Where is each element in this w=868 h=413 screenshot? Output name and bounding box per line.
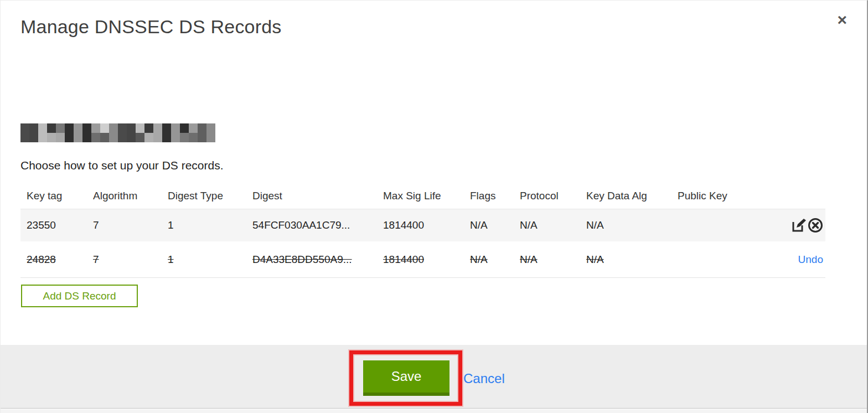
cell-digest-type: 1: [168, 219, 252, 231]
intro-text: Choose how to set up your DS records.: [20, 159, 224, 172]
edit-record-icon[interactable]: [791, 218, 807, 233]
page-bottom-strip: [1, 409, 867, 413]
cell-key-data-alg: N/A: [586, 254, 678, 266]
row-actions: Undo: [781, 254, 825, 266]
column-header-algorithm: Algorithm: [93, 190, 168, 202]
cancel-link[interactable]: Cancel: [463, 371, 505, 386]
add-ds-record-button[interactable]: Add DS Record: [21, 285, 138, 307]
column-header-max-sig-life: Max Sig Life: [383, 190, 470, 202]
cell-key-data-alg: N/A: [586, 219, 678, 231]
row-actions: [781, 218, 825, 233]
redacted-domain-name: [20, 123, 215, 142]
cell-flags: N/A: [470, 219, 520, 231]
column-header-digest-type: Digest Type: [168, 190, 252, 202]
table-row-deleted: 24828 7 1 D4A33E8DD550A9... 1814400 N/A …: [20, 241, 825, 278]
ds-records-table: Key tag Algorithm Digest Type Digest Max…: [20, 183, 825, 278]
column-header-digest: Digest: [252, 190, 383, 202]
modal-footer: Save Cancel: [1, 345, 867, 409]
cell-protocol: N/A: [520, 219, 586, 231]
undo-link[interactable]: Undo: [798, 254, 823, 266]
dnssec-ds-records-modal: Manage DNSSEC DS Records × Choose how to…: [0, 0, 868, 413]
save-button[interactable]: Save: [363, 360, 450, 396]
delete-record-icon[interactable]: [808, 218, 823, 233]
table-row: 23550 7 1 54FCF030AA1C79... 1814400 N/A …: [20, 209, 825, 241]
cell-flags: N/A: [470, 254, 520, 266]
column-header-protocol: Protocol: [520, 190, 586, 202]
cell-algorithm: 7: [93, 219, 168, 231]
cell-max-sig-life: 1814400: [383, 254, 470, 266]
cell-protocol: N/A: [520, 254, 586, 266]
close-icon[interactable]: ×: [837, 12, 847, 28]
cell-key-tag: 24828: [27, 254, 93, 266]
table-header-row: Key tag Algorithm Digest Type Digest Max…: [20, 183, 825, 209]
cell-digest: D4A33E8DD550A9...: [252, 254, 383, 266]
cell-key-tag: 23550: [27, 219, 93, 231]
cell-digest: 54FCF030AA1C79...: [252, 219, 383, 231]
page-title: Manage DNSSEC DS Records: [20, 16, 282, 38]
cell-max-sig-life: 1814400: [383, 219, 470, 231]
column-header-public-key: Public Key: [678, 190, 781, 202]
column-header-key-data-alg: Key Data Alg: [586, 190, 678, 202]
cell-algorithm: 7: [93, 254, 168, 266]
cell-digest-type: 1: [168, 254, 252, 266]
column-header-key-tag: Key tag: [27, 190, 93, 202]
column-header-flags: Flags: [470, 190, 520, 202]
